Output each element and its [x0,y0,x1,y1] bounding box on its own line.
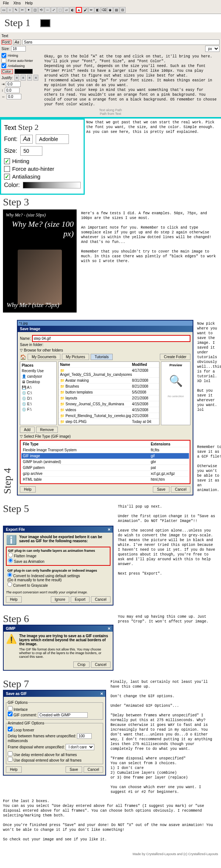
tool-icon[interactable]: ⬚ [57,7,63,13]
use-delay-check[interactable] [8,751,13,756]
cancel-button[interactable]: Cancel [91,596,110,603]
cancel-button[interactable]: Cancel [171,486,190,493]
place-item[interactable]: 💿 C:\ [21,390,56,396]
menu-xtns[interactable]: Xtns [13,1,21,5]
tool-icon[interactable]: ◉ [107,7,113,13]
tool-icon[interactable]: 🖌 [82,7,88,13]
tool-icon[interactable]: ○ [7,7,13,13]
breadcrumb-item[interactable]: My Pictures [62,354,89,360]
autohinter-check[interactable] [1,58,6,63]
tool-icon[interactable]: ▱ [63,7,69,13]
filetype-row[interactable]: HTML tablehtml,htm [21,477,189,483]
tool-icon[interactable]: ✏ [88,7,94,13]
tool-icon[interactable]: ◧ [95,7,101,13]
tool-icon[interactable]: ⊟ [120,7,126,13]
place-item[interactable]: 💿 D:\ [21,396,56,401]
file-row[interactable]: 📁 Snowy_Journal_CSS_by_illuminara4/15/20… [59,401,159,407]
file-row[interactable]: 📁 button templates5/5/2008 [59,389,159,395]
size-input[interactable] [11,46,26,52]
export-button[interactable]: Export [71,596,90,603]
place-item[interactable]: 👤 candysor [21,374,56,379]
remove-button[interactable]: Remove [36,427,58,433]
text-tool-icon[interactable]: A [76,7,82,13]
browse-toggle[interactable]: Browse for other folders [24,348,63,352]
font-input[interactable] [36,134,69,144]
cancel-button[interactable]: Cancel [84,766,103,773]
tool-icon[interactable]: ✦ [26,7,32,13]
check-icon[interactable]: ✓ [4,158,10,164]
font-input[interactable] [22,39,220,45]
disposal-select[interactable]: I don't care [66,744,94,750]
save-button[interactable]: Save [66,766,82,773]
check-icon[interactable] [4,166,10,172]
crop-button[interactable]: Crop [73,661,90,668]
filetype-toggle[interactable]: Select File Type (GIF image) [24,434,71,438]
breadcrumb-item[interactable]: My Documents [28,354,60,360]
place-item[interactable]: 💿 F:\ [21,407,56,412]
justify-icon[interactable]: ≡ [27,75,32,81]
tool-icon[interactable]: ⤢ [51,7,57,13]
cancel-button[interactable]: Cancel [91,661,110,668]
close-icon[interactable]: ✕ [108,627,110,631]
grayscale-radio[interactable] [7,582,12,587]
close-icon[interactable]: ✕ [108,527,110,532]
file-row[interactable]: 📁 step 01.PNGToday at 04: [59,419,159,425]
size-input[interactable] [20,146,42,156]
tool-icon[interactable]: ⌫ [101,7,107,13]
file-row[interactable]: 📁 videos4/15/2008 [59,407,159,413]
justify-left-icon[interactable]: ≡ [14,75,19,81]
file-row[interactable]: 📁 Avatar making8/31/2008 [59,378,159,384]
use-disposal-check[interactable] [8,757,13,762]
tool-icon[interactable]: ⟲ [38,7,44,13]
tool-icon[interactable]: ✎ [13,7,19,13]
tool-icon[interactable]: ◐ [70,7,76,13]
filetype-row[interactable]: GIF imagegif [21,453,189,459]
justify-icon[interactable]: ≡ [34,75,38,81]
flatten-radio[interactable] [8,553,13,557]
comment-check[interactable] [8,712,13,716]
place-item[interactable]: 💾 A:\ [21,385,56,390]
filetype-row[interactable]: Flexible Image Transport Systemfit,fits [21,447,189,453]
delay-input[interactable] [77,733,92,739]
file-row[interactable]: 📁 Angel_Teddy_CSS_Journal_by_candysores4… [59,368,159,378]
check-icon[interactable]: ✓ [4,174,10,180]
color-swatch[interactable] [14,69,33,74]
file-row[interactable]: 📁 layouts2/21/2008 [59,395,159,401]
close-icon[interactable]: ✕ [100,692,103,696]
breadcrumb-item[interactable]: Tutorials [91,354,113,360]
size-unit[interactable]: px [205,46,220,52]
home-icon[interactable]: 🏠 [20,354,26,360]
loop-check[interactable] [8,727,13,731]
menu-help[interactable]: Help [25,1,33,5]
antialias-check[interactable] [1,63,6,68]
spacing-input[interactable] [5,88,20,93]
help-button[interactable]: Help [6,596,22,603]
create-folder-button[interactable]: Create Folder [160,354,190,360]
help-button[interactable]: Help [6,766,22,773]
file-row[interactable]: 📁 Brushes8/21/2008 [59,384,159,389]
filetype-row[interactable]: gzip archivexcf.gz,gz,xcfgz [21,471,189,477]
spacing-input[interactable] [7,94,21,99]
place-item[interactable]: Recently Use [21,368,56,374]
place-item[interactable]: 🖥 Desktop [21,379,56,385]
tool-icon[interactable]: ▤ [113,7,119,13]
ignore-button[interactable]: Ignore [51,596,69,603]
indexed-radio[interactable] [7,572,12,577]
interlace-check[interactable] [8,706,13,711]
place-item[interactable]: 💿 E:\ [21,401,56,407]
file-row[interactable]: 📁 Pencil_Blending_Tutorial_by_cereko.jpg… [59,413,159,419]
tool-icon[interactable]: ✂ [20,7,25,13]
tool-icon[interactable]: ↔ [45,7,50,13]
help-button[interactable]: Help [20,486,36,493]
menu-file[interactable]: File [3,1,9,5]
animation-radio[interactable] [8,558,13,563]
filetype-row[interactable]: GIMP brush (animated)gbr [21,459,189,465]
color-gradient[interactable] [23,182,81,188]
color-swatch[interactable] [40,19,50,27]
indent-input[interactable] [6,81,21,87]
tool-icon[interactable]: ▭ [1,7,7,13]
add-button[interactable]: Add [20,427,35,433]
hinting-check[interactable] [1,53,6,58]
save-button[interactable]: Save [153,486,169,493]
tool-icon[interactable]: ◫ [32,7,38,13]
